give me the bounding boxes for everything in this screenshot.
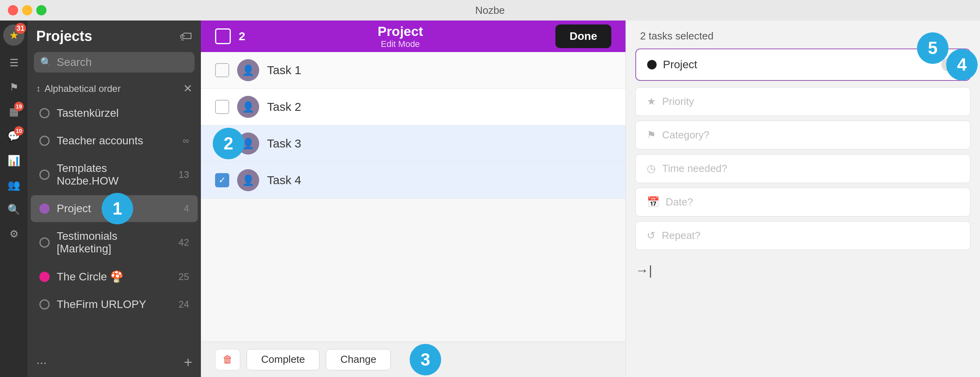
table-row: ✓ 👤 Task 4 — [201, 162, 625, 199]
panel-option-priority[interactable]: ★ Priority — [635, 87, 971, 116]
header-selected-count: 2 — [239, 30, 245, 43]
project-name: Project — [57, 202, 177, 215]
window-controls — [8, 5, 46, 15]
sidebar-item-chat[interactable]: 💬 10 — [3, 125, 24, 147]
sidebar-item-calendar[interactable]: ▦ 19 — [3, 101, 24, 122]
header-project-title: Project — [378, 24, 423, 39]
project-name: Tastenkürzel — [57, 107, 182, 119]
project-dot — [39, 237, 50, 248]
task-list: 👤 Task 1 👤 Task 2 ✓ 👤 Task 3 2 ✓ 👤 Task … — [201, 52, 625, 342]
project-count: 42 — [178, 237, 189, 248]
sidebar-item-teacher-accounts[interactable]: Teacher accounts ∞ — [31, 127, 198, 154]
change-button[interactable]: Change — [326, 349, 391, 370]
option-label: Priority — [662, 95, 694, 108]
title-bar: Nozbe — [0, 0, 980, 21]
project-count: ∞ — [183, 136, 189, 146]
project-count: 13 — [178, 169, 189, 180]
project-name: Testimonials [Marketing] — [57, 230, 171, 255]
table-row: 👤 Task 2 — [201, 89, 625, 125]
move-icon: →| — [635, 263, 652, 278]
task-checkbox-4[interactable]: ✓ — [215, 173, 229, 187]
sidebar-title: Projects — [36, 28, 92, 45]
sidebar-item-project[interactable]: Project 4 1 — [31, 195, 198, 222]
panel-project-dot — [647, 60, 657, 69]
avatar: 👤 — [237, 96, 259, 118]
sidebar-header: Projects 🏷 — [28, 21, 201, 52]
sort-close-button[interactable]: ✕ — [183, 82, 192, 95]
avatar[interactable]: ★ 31 — [3, 24, 24, 46]
panel-option-repeat[interactable]: ↺ Repeat? — [635, 221, 971, 250]
option-label: Date? — [666, 196, 693, 208]
panel-option-category[interactable]: ⚑ Category? — [635, 121, 971, 149]
task-name: Task 1 — [267, 63, 611, 77]
sidebar: Projects 🏷 🔍 ↕ Alphabetical order ✕ Tast… — [28, 21, 201, 377]
sidebar-item-templates[interactable]: Templates Nozbe.HOW 13 — [31, 155, 198, 194]
project-count: 24 — [178, 299, 189, 310]
sidebar-item-team[interactable]: 👥 — [3, 174, 24, 196]
task-name: Task 3 — [267, 137, 611, 150]
sort-bar: ↕ Alphabetical order ✕ — [28, 78, 201, 99]
search-icon: 🔍 — [7, 203, 20, 216]
sidebar-footer: ··· + — [28, 348, 201, 377]
project-dot — [39, 170, 50, 180]
calendar-badge: 19 — [14, 102, 24, 111]
sidebar-item-priority[interactable]: ⚑ — [3, 77, 24, 98]
project-name: The Circle 🍄 — [57, 270, 171, 283]
option-label: Category? — [662, 129, 709, 141]
sort-icon: ↕ — [36, 84, 41, 94]
sidebar-item-thefirm[interactable]: TheFirm URLOPY 24 — [31, 291, 198, 318]
more-options-button[interactable]: ··· — [36, 355, 47, 370]
select-all-checkbox[interactable] — [215, 28, 231, 44]
project-name: TheFirm URLOPY — [57, 298, 171, 311]
add-project-button[interactable]: + — [184, 354, 192, 371]
delete-button[interactable]: 🗑 — [215, 349, 240, 370]
project-name: Templates Nozbe.HOW — [57, 162, 171, 187]
search-bar[interactable]: 🔍 — [34, 52, 195, 73]
flag-icon: ⚑ — [647, 129, 656, 141]
main-content: 2 Project Edit Mode Done 👤 Task 1 👤 Task… — [201, 21, 625, 377]
panel-project-badge: 2 — [941, 58, 959, 71]
team-icon: 👥 — [7, 179, 20, 191]
sidebar-item-reports[interactable]: 📊 — [3, 150, 24, 171]
sidebar-item-tastenkurzel[interactable]: Tastenkürzel — [31, 100, 198, 127]
tag-icon[interactable]: 🏷 — [180, 29, 192, 44]
sidebar-item-the-circle[interactable]: The Circle 🍄 25 — [31, 263, 198, 290]
icon-bar: ★ 31 ☰ ⚑ ▦ 19 💬 10 📊 👥 🔍 ⚙ — [0, 21, 28, 377]
panel-option-date[interactable]: 📅 Date? — [635, 188, 971, 216]
table-row: ✓ 👤 Task 3 2 — [201, 125, 625, 162]
maximize-button[interactable] — [36, 5, 46, 15]
minimize-button[interactable] — [22, 5, 32, 15]
table-row: 👤 Task 1 — [201, 52, 625, 89]
search-input[interactable] — [57, 56, 188, 69]
task-checkbox-3[interactable]: ✓ — [215, 136, 229, 151]
tutorial-badge-3: 3 — [410, 344, 441, 375]
close-button[interactable] — [8, 5, 18, 15]
sidebar-item-inbox[interactable]: ☰ — [3, 52, 24, 73]
sidebar-item-settings[interactable]: ⚙ — [3, 223, 24, 244]
move-button[interactable]: →| — [635, 259, 971, 282]
project-dot — [39, 108, 50, 118]
repeat-icon: ↺ — [647, 230, 655, 242]
project-name: Teacher accounts — [57, 134, 176, 147]
inbox-icon: ☰ — [9, 57, 19, 69]
task-checkbox-2[interactable] — [215, 100, 229, 114]
panel-option-time[interactable]: ◷ Time needed? — [635, 154, 971, 183]
bottom-bar: 🗑 Complete Change 3 — [201, 342, 625, 377]
complete-button[interactable]: Complete — [247, 349, 319, 370]
sidebar-item-testimonials[interactable]: Testimonials [Marketing] 42 — [31, 223, 198, 262]
app-title: Nozbe — [475, 4, 505, 17]
calendar-icon: 📅 — [647, 196, 659, 208]
header-title-group: Project Edit Mode — [378, 24, 423, 49]
project-dot — [39, 299, 50, 310]
panel-project-name: Project — [663, 58, 935, 71]
done-button[interactable]: Done — [555, 24, 611, 48]
star-icon: ★ — [647, 95, 656, 108]
header-left: 2 — [215, 28, 245, 44]
right-panel: 2 tasks selected Project 2 4 ★ Priority … — [625, 21, 980, 377]
project-dot — [39, 203, 50, 214]
project-dot — [39, 136, 50, 146]
sidebar-item-search[interactable]: 🔍 — [3, 199, 24, 220]
project-list: Tastenkürzel Teacher accounts ∞ Template… — [28, 99, 201, 348]
task-checkbox-1[interactable] — [215, 63, 229, 77]
panel-project-box[interactable]: Project 2 4 — [635, 49, 971, 81]
